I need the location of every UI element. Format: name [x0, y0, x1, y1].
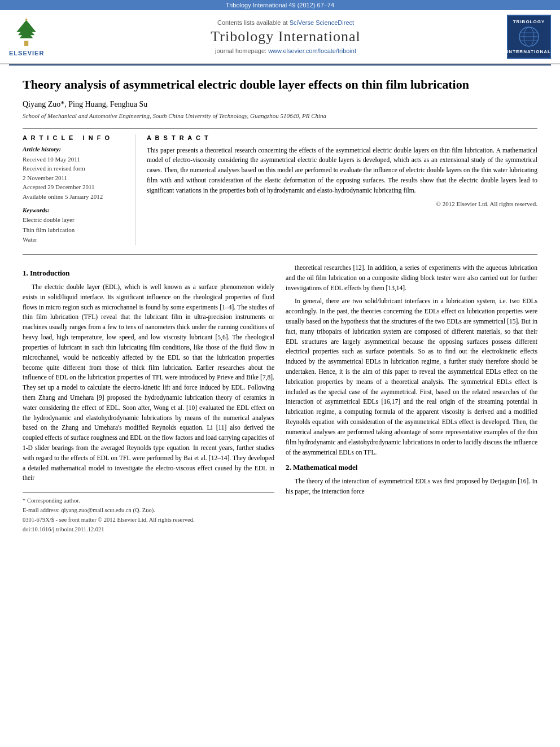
elsevier-tree-icon: [11, 18, 42, 49]
journal-title: Tribology International: [77, 28, 495, 45]
tribology-globe-icon: [518, 25, 540, 48]
intro-para-right-1: theoretical researches [12]. In addition…: [286, 263, 537, 293]
revised-date: 2 November 2011: [23, 173, 127, 183]
body-columns: 1. Introduction The electric double laye…: [23, 254, 537, 535]
svg-point-4: [25, 18, 27, 20]
article-content: Theory analysis of asymmetrical electric…: [0, 65, 560, 545]
keyword-2: Thin film lubrication: [23, 225, 127, 235]
author-names: Qiyang Zuo*, Ping Huang, Fenghua Su: [23, 100, 147, 108]
journal-header: ELSEVIER Contents lists available at Sci…: [0, 10, 560, 64]
keyword-3: Water: [23, 235, 127, 245]
footnote-area: * Corresponding author. E-mail address: …: [23, 492, 274, 534]
top-bar: Tribology International 49 (2012) 67–74: [0, 0, 560, 10]
body-right-column: theoretical researches [12]. In addition…: [286, 263, 537, 535]
abstract-text: This paper presents a theoretical resear…: [147, 146, 537, 196]
keyword-1: Electric double layer: [23, 215, 127, 225]
section2-para-1: The theory of the interaction of asymmet…: [286, 477, 537, 497]
keywords-label: Keywords:: [23, 207, 127, 213]
available-date: Available online 5 January 2012: [23, 192, 127, 202]
journal-header-center: Contents lists available at SciVerse Sci…: [77, 19, 495, 54]
section2-heading: 2. Mathematical model: [286, 462, 537, 473]
affiliation: School of Mechanical and Automotive Engi…: [23, 112, 537, 119]
footnote-doi: doi:10.1016/j.triboint.2011.12.021: [23, 525, 274, 535]
tribology-logo-box: TRIBOLOGY INTERNATIONAL: [507, 15, 551, 59]
tribology-logo-text2: INTERNATIONAL: [507, 49, 551, 54]
article-title: Theory analysis of asymmetrical electric…: [23, 77, 537, 93]
journal-homepage: journal homepage: www.elsevier.com/locat…: [77, 47, 495, 54]
history-label: Article history:: [23, 146, 127, 152]
svg-rect-0: [24, 41, 28, 46]
elsevier-text: ELSEVIER: [9, 50, 44, 56]
copyright-line: © 2012 Elsevier Ltd. All rights reserved…: [147, 200, 537, 207]
info-abstract-row: A R T I C L E I N F O Article history: R…: [23, 128, 537, 245]
body-left-column: 1. Introduction The electric double laye…: [23, 263, 274, 535]
article-info-heading: A R T I C L E I N F O: [23, 134, 127, 141]
section1-heading: 1. Introduction: [23, 268, 274, 279]
tribology-logo-text: TRIBOLOGY: [513, 19, 545, 24]
abstract-heading: A B S T R A C T: [147, 134, 537, 141]
elsevier-logo-area: ELSEVIER: [9, 18, 77, 56]
sciverse-line: Contents lists available at SciVerse Sci…: [77, 19, 495, 26]
intro-para-1: The electric double layer (EDL), which i…: [23, 282, 274, 483]
journal-citation: Tribology International 49 (2012) 67–74: [226, 2, 334, 8]
received-revised-label: Received in revised form: [23, 164, 127, 173]
received-date: Received 10 May 2011: [23, 155, 127, 164]
article-info-column: A R T I C L E I N F O Article history: R…: [23, 134, 135, 245]
footnote-email: E-mail address: qiyang.zuo@mail.scut.edu…: [23, 506, 274, 516]
footnote-issn: 0301-679X/$ - see front matter © 2012 El…: [23, 516, 274, 525]
authors-line: Qiyang Zuo*, Ping Huang, Fenghua Su: [23, 100, 537, 109]
accepted-date: Accepted 29 December 2011: [23, 182, 127, 192]
elsevier-logo: ELSEVIER: [9, 18, 44, 56]
footnote-corresponding: * Corresponding author.: [23, 496, 274, 506]
intro-para-right-2: In general, there are two solid/lubrican…: [286, 296, 537, 457]
abstract-column: A B S T R A C T This paper presents a th…: [147, 134, 537, 245]
sciverse-link[interactable]: SciVerse ScienceDirect: [290, 19, 354, 26]
homepage-link[interactable]: www.elsevier.com/locate/triboint: [268, 47, 356, 54]
tribology-logo-area: TRIBOLOGY INTERNATIONAL: [495, 15, 551, 59]
